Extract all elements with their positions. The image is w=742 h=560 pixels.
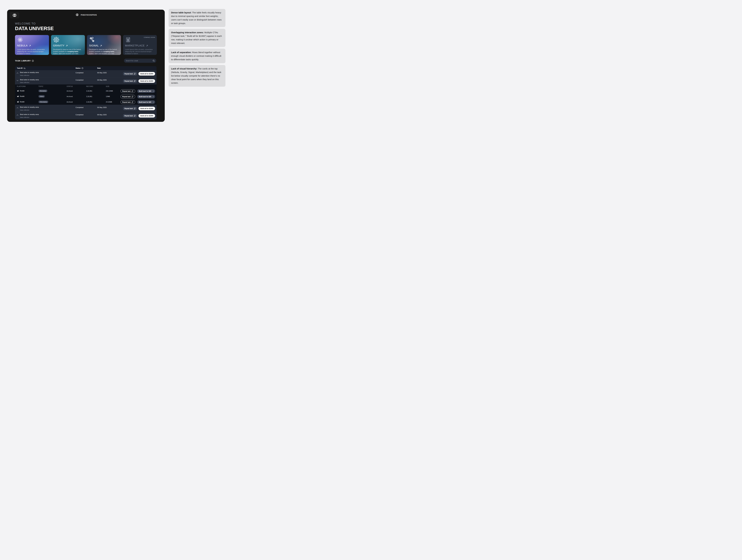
reddit-icon — [17, 95, 19, 97]
subtask-record: 2,32,851 — [86, 90, 92, 92]
task-date: 06 May 2025 — [97, 107, 107, 108]
refresh-icon — [134, 108, 136, 110]
build-all-button[interactable]: Build all for $1000 — [139, 79, 155, 83]
topic-chip[interactable]: r/Worstwine — [39, 101, 48, 103]
subtask-row: Reddit r/Worstwine Archived 2,32,851 24.… — [15, 99, 157, 105]
chevron-up-icon[interactable] — [17, 107, 18, 109]
build-task-button[interactable]: Build task for $20 — [137, 100, 155, 104]
build-all-button[interactable]: Build all for $1000 — [139, 107, 155, 110]
product-cards: NEBULA Lorem ipsum dolor sit amet, conse… — [15, 35, 157, 55]
task-subtitle: Data collection — [20, 109, 29, 111]
repeat-task-button[interactable]: Repeat task — [120, 89, 135, 93]
card-marketplace[interactable]: COMING SOON — [123, 35, 157, 55]
refresh-icon — [134, 73, 136, 75]
repeat-task-button[interactable]: Repeat task — [123, 72, 137, 75]
info-icon[interactable] — [32, 60, 34, 62]
arrow-up-right-icon — [100, 45, 102, 47]
task-table: Task ID Status Date Best wine in nearby … — [15, 66, 157, 119]
task-date: 06 May 2025 — [97, 114, 107, 116]
column-status: STATUS — [67, 86, 73, 87]
task-date: 06 May 2025 — [97, 79, 107, 81]
build-task-button[interactable]: Build task for $20 — [137, 89, 155, 93]
search-bar — [124, 59, 156, 63]
spiral-icon — [17, 37, 47, 43]
arrow-up-right-icon — [66, 45, 68, 47]
chevron-right-icon — [153, 91, 154, 92]
task-title: Best wine in nearby area — [20, 79, 39, 80]
macrocosmos-logo-icon — [75, 13, 80, 16]
task-row: Best wine in nearby area Data collection… — [15, 105, 157, 112]
search-input[interactable] — [126, 60, 153, 62]
column-platform: PLATFORM — [17, 86, 26, 87]
card-signal[interactable]: SIGNAL Developed to stand as one of the … — [87, 35, 121, 55]
repeat-task-button[interactable]: Repeat task — [123, 114, 137, 117]
repeat-task-button[interactable]: Repeat task — [123, 79, 137, 83]
subtask-size: 12MB — [106, 96, 110, 97]
task-date: 06 May 2025 — [97, 72, 107, 73]
search-icon[interactable] — [153, 60, 155, 62]
page-title: DATA UNIVERSE — [15, 26, 54, 31]
refresh-icon — [131, 90, 134, 92]
subtask-size: 240.22MB — [106, 90, 113, 92]
repeat-task-button[interactable]: Repeat task — [120, 95, 135, 98]
task-status: Completed — [75, 107, 84, 108]
refresh-icon — [131, 96, 134, 98]
network-icon — [53, 37, 83, 43]
refresh-icon — [134, 80, 136, 82]
card-gravity[interactable]: GRAVITY Developed to stand as one of the… — [51, 35, 85, 55]
platform-cell: Reddit — [17, 101, 24, 103]
task-subtable: PLATFORM TOPIC STATUS RECORD SIZE Reddit — [15, 85, 157, 105]
annotation-dense-table: Dense table layout: The table feels visu… — [169, 9, 225, 27]
card-nebula[interactable]: NEBULA Lorem ipsum dolor sit amet, conse… — [15, 35, 49, 55]
build-all-button[interactable]: Build all for $1000 — [139, 114, 155, 117]
chevron-up-icon[interactable] — [17, 72, 18, 74]
platform-cell: Reddit — [17, 95, 24, 97]
column-task-id: Task ID — [17, 67, 22, 69]
hero-kicker: WELCOME TO — [15, 22, 54, 25]
task-title: Best wine in nearby area — [20, 71, 39, 73]
annotation-lack-of-separation: Lack of separation: Rows blend together … — [169, 49, 225, 63]
card-nebula-title: NEBULA — [17, 44, 47, 47]
column-size: SIZE — [106, 86, 109, 87]
column-record: RECORD — [86, 86, 93, 87]
sort-icon[interactable] — [23, 67, 25, 69]
platform-cell: Reddit — [17, 90, 24, 92]
card-marketplace-description: Lorem ipsum dolor sit amet, consectetur … — [125, 48, 155, 55]
task-row: Best wine in nearby area Data collection… — [15, 112, 157, 119]
card-signal-description: Developed to stand as one of the fastest… — [89, 48, 119, 55]
arrow-up-right-icon — [29, 45, 31, 47]
task-status: Completed — [75, 114, 84, 116]
refresh-icon — [131, 101, 134, 103]
topic-chip[interactable]: r/Wine — [39, 95, 45, 98]
repeat-task-button[interactable]: Repeat task — [120, 100, 135, 104]
subtask-status: Archived — [67, 90, 73, 92]
task-title: Best wine in nearby area — [20, 106, 39, 108]
subtask-row: Reddit r/Wine Archived 2,32,851 12MB Rep… — [15, 94, 157, 99]
chevron-down-icon[interactable] — [17, 79, 18, 81]
task-library-header: TASK LIBRARY — [15, 60, 34, 62]
column-date: Date — [97, 67, 101, 69]
hero: WELCOME TO DATA UNIVERSE — [15, 22, 54, 31]
column-status: Status — [75, 67, 81, 69]
reddit-icon — [17, 90, 19, 92]
refresh-icon — [134, 115, 136, 117]
annotation-overlapping-zones: Overlapping interaction zones: Multiple … — [169, 29, 225, 47]
chevron-up-icon[interactable] — [17, 115, 18, 116]
task-subtitle: Data collection — [20, 116, 29, 118]
build-all-button[interactable]: Build all for $1000 — [139, 72, 155, 75]
repeat-task-button[interactable]: Repeat task — [123, 107, 137, 110]
task-library-title: TASK LIBRARY — [15, 60, 31, 62]
subtask-record: 2,32,851 — [86, 96, 92, 97]
subtask-record: 2,32,851 — [86, 101, 92, 103]
build-task-button[interactable]: Build task for $20 — [137, 95, 155, 98]
subtable-header: PLATFORM TOPIC STATUS RECORD SIZE — [15, 85, 157, 88]
card-gravity-title: GRAVITY — [53, 44, 83, 47]
task-row: Best wine in nearby area Data collection… — [15, 70, 157, 77]
topic-chip[interactable]: r/Bestwine — [39, 90, 47, 92]
task-status: Completed — [75, 79, 84, 81]
brand: macrocosmos — [7, 13, 165, 16]
card-signal-title: SIGNAL — [89, 44, 119, 47]
card-marketplace-title: MARKETPLACE — [125, 44, 155, 47]
info-icon[interactable] — [82, 67, 84, 69]
app-panel: macrocosmos WELCOME TO DATA UNIVERSE — [7, 10, 165, 122]
